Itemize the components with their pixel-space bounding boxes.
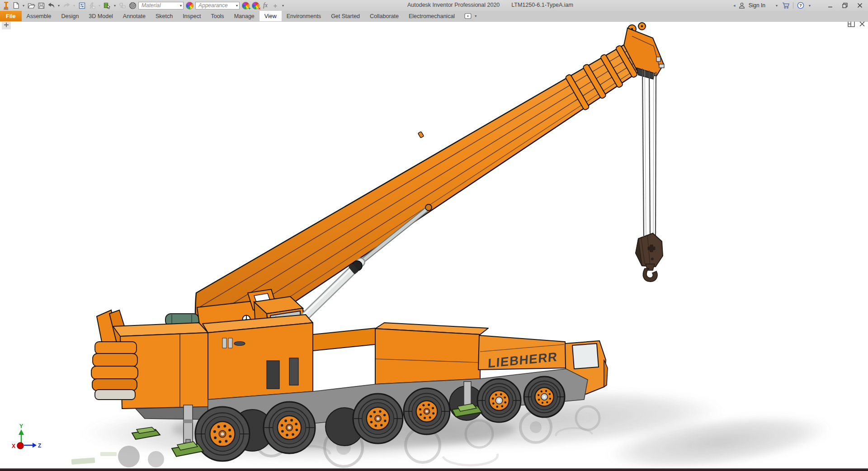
undo-caret[interactable]: ▾ — [57, 4, 61, 8]
hook-block — [636, 233, 663, 282]
save-icon[interactable] — [37, 1, 45, 9]
axis-triad: Y Z X — [12, 423, 41, 449]
color-wheel-icon[interactable] — [185, 1, 193, 9]
redo-icon[interactable] — [62, 1, 71, 9]
sign-in-caret[interactable]: ▾ — [775, 4, 778, 8]
ribbon-tab-collaborate[interactable]: Collaborate — [365, 11, 404, 21]
open-file-icon[interactable] — [27, 1, 35, 9]
hoist-cables — [642, 69, 656, 236]
appearance-combo-caret: ▾ — [236, 4, 238, 8]
crane-3d-model: LIEBHERR — [0, 22, 868, 468]
counterweight-stack — [91, 342, 138, 400]
ribbon-tab-file[interactable]: File — [0, 11, 22, 21]
material-combobox[interactable]: Material▾ — [138, 2, 184, 9]
wheel — [404, 388, 450, 434]
ribbon-tab-3d-model[interactable]: 3D Model — [84, 11, 118, 21]
close-icon[interactable] — [854, 0, 866, 10]
split-view-icon[interactable] — [848, 21, 855, 29]
material-placeholder: Material — [142, 2, 161, 9]
wheel — [195, 407, 250, 461]
parameters-fx-icon[interactable]: fx — [261, 1, 269, 9]
ribbon-appearance-toggle[interactable]: ▾ — [460, 11, 482, 21]
restore-icon[interactable] — [839, 0, 851, 10]
appearance-placeholder: Appearance — [198, 2, 228, 9]
return-icon[interactable] — [118, 1, 127, 9]
new-file-icon[interactable] — [12, 1, 20, 9]
quick-access-toolbar: PRO ▾ ▾ ▾ — [2, 0, 285, 11]
ribbon-tab-environments[interactable]: Environments — [282, 11, 326, 21]
app-title: Autodesk Inventor Professional 2020 — [407, 2, 500, 8]
sign-in-button[interactable]: Sign In — [749, 2, 765, 9]
new-file-caret[interactable]: ▾ — [22, 4, 25, 8]
ribbon-tab-electromechanical[interactable]: Electromechanical — [404, 11, 460, 21]
axis-y-label: Y — [19, 423, 23, 429]
model-viewport[interactable]: LIEBHERR — [0, 22, 868, 468]
ribbon-tab-inspect[interactable]: Inspect — [178, 11, 206, 21]
wheel — [524, 377, 565, 417]
collapse-arrow-icon[interactable]: ◂ — [733, 3, 736, 8]
redo-caret[interactable]: ▾ — [72, 4, 76, 8]
wheel — [477, 379, 521, 422]
bottom-edge-strip — [0, 468, 868, 471]
new-document-tab-plus[interactable] — [2, 20, 11, 29]
appearance-combobox[interactable]: Appearance▾ — [195, 2, 240, 9]
help-icon[interactable]: ? — [797, 1, 805, 9]
ribbon-tab-assemble[interactable]: Assemble — [22, 11, 57, 21]
svg-text:PRO: PRO — [4, 8, 8, 10]
material-ball-icon[interactable] — [128, 1, 137, 9]
minimize-icon[interactable] — [824, 0, 836, 10]
ribbon-tab-annotate[interactable]: Annotate — [118, 11, 151, 21]
store-cart-icon[interactable] — [782, 1, 790, 9]
help-caret[interactable]: ▾ — [808, 4, 811, 8]
axis-x-label: X — [12, 443, 15, 449]
ribbon-tab-view[interactable]: View — [259, 11, 282, 21]
ribbon-tab-get-started[interactable]: Get Started — [326, 11, 365, 21]
ribbon-tab-sketch[interactable]: Sketch — [151, 11, 178, 21]
inventor-logo-icon[interactable]: PRO — [2, 1, 10, 9]
close-document-icon[interactable] — [859, 21, 865, 29]
update-icon[interactable] — [88, 1, 96, 9]
ribbon-tab-manage[interactable]: Manage — [229, 11, 259, 21]
select-caret[interactable]: ▾ — [113, 4, 117, 8]
ribbon-tab-design[interactable]: Design — [56, 11, 84, 21]
undo-icon[interactable] — [47, 1, 55, 9]
axis-z-label: Z — [38, 443, 41, 449]
appearance-add-icon[interactable]: + — [241, 1, 250, 9]
wheel — [353, 394, 403, 443]
window-title: Autodesk Inventor Professional 2020 LTM1… — [407, 2, 573, 8]
wheel — [264, 402, 315, 453]
inventor-window: PRO ▾ ▾ ▾ — [0, 0, 868, 471]
document-settings-icon[interactable] — [78, 1, 86, 9]
svg-text:?: ? — [799, 3, 802, 8]
material-combo-caret: ▾ — [180, 4, 182, 8]
ribbon-tab-bar: FileAssembleDesign3D ModelAnnotateSketch… — [0, 11, 868, 22]
update-caret[interactable]: ▾ — [98, 4, 101, 8]
appearance-clear-icon[interactable]: × — [251, 1, 259, 9]
ribbon-tab-tools[interactable]: Tools — [206, 11, 229, 21]
measure-plus-icon[interactable]: + — [271, 1, 279, 9]
user-icon — [739, 1, 745, 9]
qat-customize-caret[interactable]: ▾ — [281, 4, 285, 8]
select-icon[interactable] — [103, 1, 111, 9]
document-title: LTM1250-6.1-TypeA.iam — [511, 2, 573, 8]
title-bar: PRO ▾ ▾ ▾ — [0, 0, 868, 11]
